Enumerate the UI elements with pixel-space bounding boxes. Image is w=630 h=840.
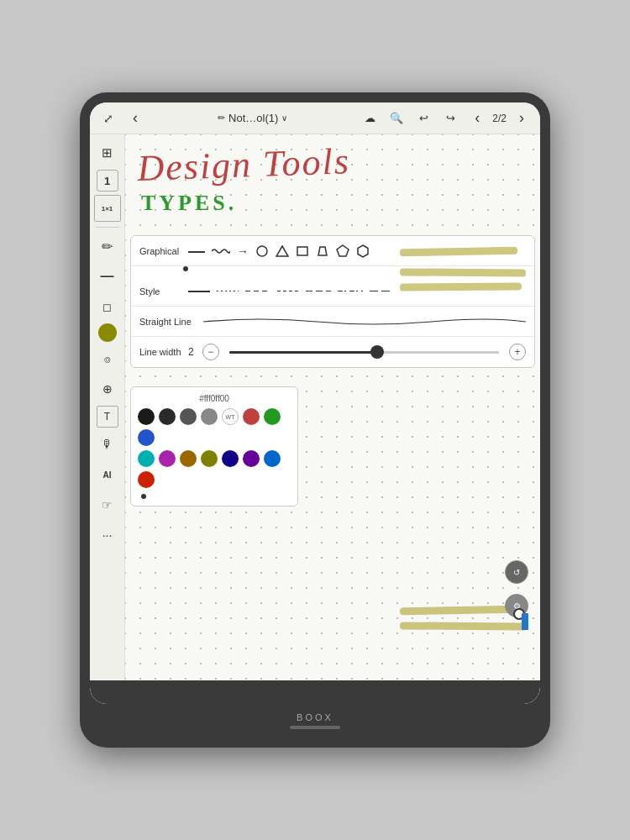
line-styles <box>188 291 393 292</box>
device-frame: ⤢ ‹ ✏ Not…ol(1) ∨ ☁ 🔍 ↩ ↪ ‹ 2/2 › ⊞ 1 1×… <box>80 92 550 748</box>
highlight-strokes-area <box>400 248 530 293</box>
pentagon-icon[interactable] <box>336 244 349 258</box>
home-bar[interactable] <box>290 726 340 729</box>
slider-thumb[interactable] <box>370 345 384 359</box>
redo-button[interactable]: ↪ <box>438 107 462 130</box>
svg-rect-4 <box>297 247 307 255</box>
highlight-stroke-1 <box>400 247 517 256</box>
expand-button[interactable]: ⤢ <box>97 107 120 130</box>
undo-button[interactable]: ↩ <box>412 107 435 130</box>
svg-marker-7 <box>358 245 368 257</box>
hexagon-icon[interactable] <box>356 244 370 258</box>
main-area: ⊞ 1 1×1 ✏ — ◻ ⌾ ⊕ T 🎙 AI ☞ ··· <box>90 134 540 680</box>
nav-back-button[interactable]: ‹ <box>465 107 489 130</box>
color-green[interactable] <box>264 408 281 425</box>
divider1 <box>96 227 119 228</box>
mic-icon[interactable]: 🎙 <box>94 431 121 458</box>
color-circle[interactable] <box>98 323 117 342</box>
screen-bottom-bar <box>90 680 540 704</box>
color-red[interactable] <box>243 408 260 425</box>
color-purple[interactable] <box>159 450 176 467</box>
color-violet[interactable] <box>243 450 260 467</box>
solid-style[interactable] <box>188 291 210 292</box>
search-button[interactable]: 🔍 <box>385 107 408 130</box>
arrow-icon[interactable]: → <box>237 244 249 258</box>
color-dark-red[interactable] <box>138 471 155 488</box>
text-icon[interactable]: T <box>97 406 118 428</box>
svg-marker-3 <box>276 246 288 256</box>
pen-icon[interactable]: ✏ <box>94 233 121 260</box>
device-bottom: BOOX <box>290 704 340 738</box>
lasso-icon[interactable]: ⌾ <box>94 345 121 372</box>
title-dropdown-icon[interactable]: ∨ <box>281 113 287 123</box>
medium-dash-style[interactable] <box>277 291 299 291</box>
nav-forward-button[interactable]: › <box>510 107 533 130</box>
eraser-icon[interactable]: ◻ <box>94 293 121 320</box>
straight-line-preview-area <box>203 313 526 330</box>
slider-fill <box>229 351 378 354</box>
zoom-in-icon[interactable]: ⊕ <box>94 375 121 402</box>
highlight-stroke-2 <box>400 268 526 276</box>
color-black2[interactable] <box>159 408 176 425</box>
shape-icons: → <box>188 244 370 258</box>
long-dash-style[interactable] <box>306 291 331 291</box>
color-gray[interactable] <box>201 408 218 425</box>
more-icon[interactable]: ··· <box>94 522 121 549</box>
color-black1[interactable] <box>138 408 155 425</box>
color-dark-blue[interactable] <box>222 450 239 467</box>
sync-fab[interactable]: ↺ <box>505 560 528 584</box>
boox-brand-label: BOOX <box>297 712 333 722</box>
upload-button[interactable]: ☁ <box>358 107 381 130</box>
back-button[interactable]: ‹ <box>123 107 147 130</box>
highlight-stroke-3 <box>400 282 522 291</box>
long-dash2-style[interactable] <box>370 291 393 291</box>
line-width-value: 2 <box>188 346 194 358</box>
style-label: Style <box>139 286 183 297</box>
page-indicator: 2/2 <box>492 113 507 124</box>
dotted-style[interactable] <box>217 291 239 291</box>
trapezoid-icon[interactable] <box>316 244 329 258</box>
svg-marker-5 <box>318 247 327 255</box>
ai-icon[interactable]: AI <box>94 461 121 488</box>
page-icon[interactable]: 1 <box>97 170 118 192</box>
selected-dot <box>183 266 188 271</box>
color-blue[interactable] <box>138 429 155 446</box>
color-row-2 <box>138 450 291 488</box>
screen: ⤢ ‹ ✏ Not…ol(1) ∨ ☁ 🔍 ↩ ↪ ‹ 2/2 › ⊞ 1 1×… <box>90 102 540 704</box>
pen-icon-small: ✏ <box>218 113 225 123</box>
svg-text:TYPES.: TYPES. <box>141 191 237 215</box>
top-bar: ⤢ ‹ ✏ Not…ol(1) ∨ ☁ 🔍 ↩ ↪ ‹ 2/2 › <box>90 102 540 134</box>
resize-icon[interactable]: 1×1 <box>94 195 121 222</box>
dash-dot-style[interactable] <box>338 291 363 291</box>
line-width-row: Line width 2 − + <box>131 337 534 367</box>
triangle-icon[interactable] <box>276 244 289 258</box>
line-icon[interactable]: — <box>94 263 121 290</box>
document-title[interactable]: ✏ Not…ol(1) ∨ <box>150 112 354 124</box>
hand-icon[interactable]: ☞ <box>94 491 121 518</box>
straight-line-row: Straight Line <box>131 307 534 337</box>
color-white[interactable]: WT <box>222 408 239 425</box>
highlight-stroke-4 <box>400 606 517 615</box>
straight-line-icon[interactable] <box>188 251 205 253</box>
graphical-label: Graphical <box>139 246 183 256</box>
decrease-width-button[interactable]: − <box>202 344 219 360</box>
color-cyan[interactable] <box>138 450 155 467</box>
handwritten-title: Design Tools TYPES. <box>125 134 540 235</box>
color-cobalt[interactable] <box>264 450 281 467</box>
selected-color-indicator <box>138 492 291 499</box>
color-olive[interactable] <box>201 450 218 467</box>
color-selected-dot <box>141 494 146 499</box>
straight-line-label: Straight Line <box>139 317 198 327</box>
dashed-style[interactable] <box>245 291 270 291</box>
svg-point-2 <box>257 246 267 256</box>
grid-icon[interactable]: ⊞ <box>94 139 121 166</box>
svg-marker-6 <box>337 245 349 256</box>
color-brown[interactable] <box>180 450 197 467</box>
increase-width-button[interactable]: + <box>509 344 526 360</box>
circle-icon[interactable] <box>255 244 269 258</box>
highlight-stroke-5 <box>400 622 526 630</box>
width-slider[interactable] <box>229 351 499 354</box>
color-dark-gray[interactable] <box>180 408 197 425</box>
wavy-line-icon[interactable] <box>212 246 230 256</box>
rectangle-icon[interactable] <box>296 244 309 258</box>
